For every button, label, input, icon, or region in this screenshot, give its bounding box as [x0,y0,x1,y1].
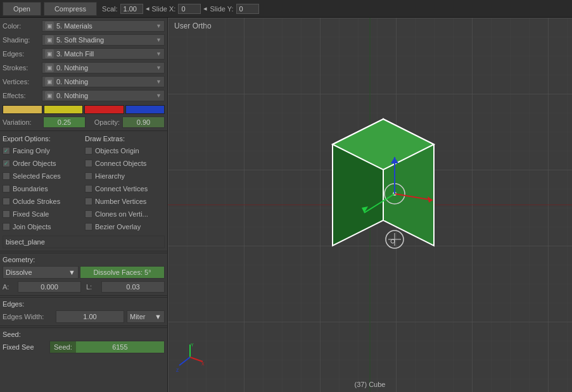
number-vertices-row: Number Vertices [85,195,165,208]
opacity-field[interactable]: 0.90 [122,117,165,128]
export-options-header: Export Options: [3,135,82,142]
color-row: Color: ▣ 5. Materials ▼ [0,19,167,33]
bezier-row: Bezier Overlay [85,220,165,233]
color-icon: ▣ [45,22,54,30]
facing-only-checkbox[interactable]: ✓ [3,147,10,155]
number-vertices-label: Number Vertices [95,198,146,205]
scal-input[interactable] [120,4,143,14]
svg-text:Y: Y [191,343,194,347]
vertices-row: Vertices: ▣ 0. Nothing ▼ [0,75,167,89]
boundaries-row: Boundaries [3,182,82,195]
geometry-row: Dissolve ▼ Dissolve Faces: 5° [0,265,167,280]
selected-faces-label: Selected Faces [13,172,61,180]
edges-prop-select[interactable]: ▣ 3. Match Fill ▼ [42,48,165,60]
number-vertices-checkbox[interactable] [85,198,92,205]
shading-label: Shading: [3,36,42,44]
dissolve-faces[interactable]: Dissolve Faces: 5° [80,266,165,279]
open-button[interactable]: Open [3,2,41,16]
color-label: Color: [3,22,42,30]
vertices-label: Vertices: [3,78,42,85]
selected-faces-checkbox[interactable] [3,172,10,180]
bezier-checkbox[interactable] [85,223,92,231]
edges-type-select[interactable]: Miter ▼ [127,310,165,323]
slide-y-label: Slide Y: [210,5,233,13]
color-swatches [0,104,167,115]
clones-row: Clones on Verti... [85,208,165,220]
a-value: 0.000 [41,283,58,291]
join-objects-row: Join Objects [3,220,82,233]
hierarchy-checkbox[interactable] [85,172,92,180]
swatch-yellow2[interactable] [44,105,84,114]
variation-value: 0.25 [58,118,71,126]
slide-x-label: Slide X: [152,5,176,13]
edges-width-field[interactable]: 1.00 [56,310,124,323]
join-objects-label: Join Objects [13,223,51,231]
slide-y-input[interactable] [236,4,259,14]
properties-section: Color: ▣ 5. Materials ▼ Shading: ▣ 5. So… [0,18,167,104]
order-objects-checkbox[interactable]: ✓ [3,160,10,167]
divider3 [0,295,167,296]
seed-row: Fixed See Seed: 6155 [0,339,167,355]
swatch-yellow[interactable] [3,105,42,114]
oclude-strokes-checkbox[interactable] [3,198,10,205]
vertices-icon: ▣ [45,77,54,86]
objects-origin-row: Objects Origin [85,144,165,157]
fixed-scale-checkbox[interactable] [3,210,10,218]
clones-checkbox[interactable] [85,210,92,218]
connect-objects-row: Connect Objects [85,157,165,170]
boundaries-label: Boundaries [13,185,48,193]
connect-vertices-checkbox[interactable] [85,185,92,193]
boundaries-checkbox[interactable] [3,185,10,193]
seed-field[interactable]: Seed: 6155 [49,341,165,353]
facing-only-row: ✓ Facing Only [3,144,82,157]
strokes-select[interactable]: ▣ 0. Nothing ▼ [42,62,165,73]
swatch-blue[interactable] [125,105,165,114]
objects-origin-checkbox[interactable] [85,147,92,155]
variation-field[interactable]: 0.25 [43,117,86,128]
hierarchy-row: Hierarchy [85,170,165,182]
al-row: A: 0.000 L: 0.03 [0,280,167,294]
draw-extras-header: Draw Extras: [85,135,165,142]
axes-widget: Y X Z [174,341,206,373]
bisect-input[interactable] [3,236,165,248]
swatch-red[interactable] [84,105,124,114]
vertices-select[interactable]: ▣ 0. Nothing ▼ [42,76,165,87]
edges-type-value: Miter [130,313,145,320]
dissolve-value: Dissolve [6,269,32,276]
edges-width-value: 1.00 [83,313,96,320]
variation-row: Variation: 0.25 Opacity: 0.90 [0,115,167,129]
a-field[interactable]: 0.000 [18,281,81,293]
viewport[interactable]: User Ortho [168,18,572,392]
slide-y-icon: ◂ [203,4,207,13]
dissolve-arrow: ▼ [68,269,75,276]
main-area: Color: ▣ 5. Materials ▼ Shading: ▣ 5. So… [0,18,572,392]
export-options-col: Export Options: ✓ Facing Only ✓ Order Ob… [3,135,82,233]
effects-row: Effects: ▣ 0. Nothing ▼ [0,89,167,103]
svg-line-23 [179,357,190,365]
left-panel: Color: ▣ 5. Materials ▼ Shading: ▣ 5. So… [0,18,168,392]
effects-select[interactable]: ▣ 0. Nothing ▼ [42,90,165,101]
strokes-label: Strokes: [3,64,42,72]
compress-button[interactable]: Compress [44,2,97,16]
slide-x-input[interactable] [178,4,201,14]
color-select[interactable]: ▣ 5. Materials ▼ [42,20,165,32]
bisect-row [0,234,167,250]
shading-arrow: ▼ [156,37,162,43]
connect-objects-checkbox[interactable] [85,160,92,167]
geometry-header: Geometry: [0,253,167,265]
join-objects-checkbox[interactable] [3,223,10,231]
effects-label: Effects: [3,92,42,99]
shading-icon: ▣ [45,35,54,44]
edges-width-label: Edges Width: [3,313,53,320]
effects-value: 0. Nothing [56,92,156,99]
clones-label: Clones on Verti... [95,210,148,218]
shading-select[interactable]: ▣ 5. Soft Shading ▼ [42,34,165,46]
svg-point-18 [391,239,395,243]
dissolve-select[interactable]: Dissolve ▼ [3,266,79,279]
edges-section-row: Edges Width: 1.00 Miter ▼ [0,309,167,324]
edges-prop-value: 3. Match Fill [56,50,156,58]
svg-line-21 [190,357,203,362]
divider2 [0,251,167,251]
order-objects-label: Order Objects [13,160,56,167]
l-field[interactable]: 0.03 [101,281,165,293]
